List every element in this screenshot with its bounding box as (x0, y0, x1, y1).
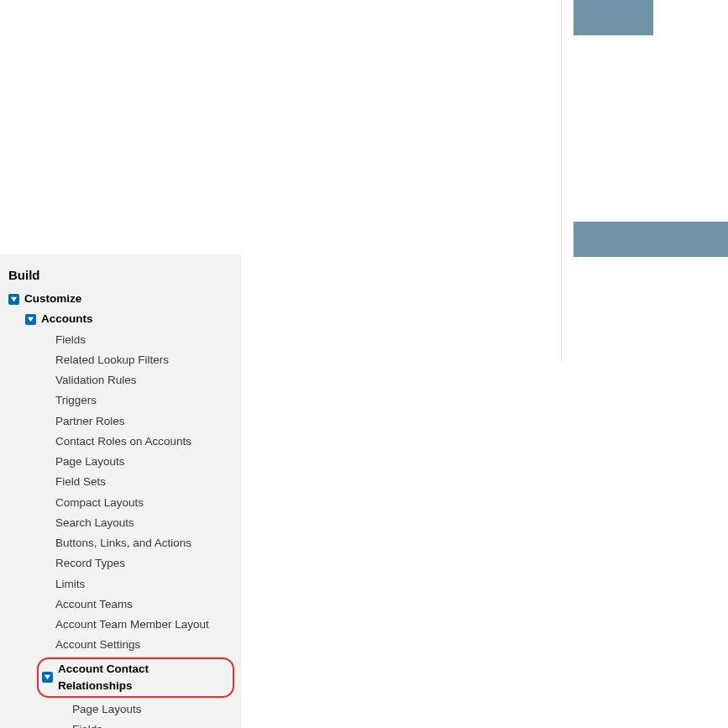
nav-item-contact-roles-on-accounts[interactable]: Contact Roles on Accounts (7, 432, 234, 452)
expand-icon (25, 314, 36, 325)
nav-item-related-lookup-filters[interactable]: Related Lookup Filters (7, 350, 234, 370)
nav-item-search-layouts[interactable]: Search Layouts (7, 513, 234, 533)
nav-item-label: Compact Layouts (55, 495, 144, 511)
section-header-build: Build (8, 268, 234, 282)
nav-item-label: Record Types (55, 555, 125, 572)
nav-item-label: Fields (72, 721, 102, 728)
nav-item-label: Fields (55, 332, 86, 348)
nav-item-field-sets[interactable]: Field Sets (7, 472, 234, 492)
nav-item-account-team-member-layout[interactable]: Account Team Member Layout (7, 615, 234, 635)
nav-item-label: Field Sets (55, 474, 106, 490)
banner-block-top (573, 0, 653, 35)
nav-item-limits[interactable]: Limits (7, 574, 234, 594)
nav-item-label: Buttons, Links, and Actions (55, 535, 191, 552)
nav-acr-page-layouts[interactable]: Page Layouts (7, 699, 234, 720)
nav-customize[interactable]: Customize (7, 289, 234, 309)
divider-vertical (561, 0, 562, 361)
nav-item-compact-layouts[interactable]: Compact Layouts (7, 493, 234, 513)
nav-item-label: Account Settings (55, 636, 140, 653)
nav-item-label: Limits (55, 576, 85, 593)
nav-item-account-settings[interactable]: Account Settings (7, 635, 234, 655)
nav-acr-fields[interactable]: Fields (7, 720, 234, 728)
setup-sidebar: Build Customize Accounts Fields Related … (0, 254, 241, 728)
nav-item-page-layouts[interactable]: Page Layouts (7, 452, 234, 472)
nav-item-label: Account Teams (55, 596, 133, 613)
nav-item-validation-rules[interactable]: Validation Rules (7, 370, 234, 390)
nav-item-triggers[interactable]: Triggers (7, 390, 234, 411)
nav-item-label: Search Layouts (55, 515, 134, 532)
nav-item-label: Partner Roles (55, 413, 125, 430)
nav-item-label: Page Layouts (55, 453, 125, 470)
expand-icon (42, 672, 53, 683)
svg-marker-0 (11, 296, 17, 301)
nav-acr-label: Account Contact Relationships (58, 661, 226, 695)
nav-item-record-types[interactable]: Record Types (7, 553, 234, 573)
nav-item-buttons-links-actions[interactable]: Buttons, Links, and Actions (7, 533, 234, 553)
nav-item-partner-roles[interactable]: Partner Roles (7, 411, 234, 432)
nav-accounts[interactable]: Accounts (7, 309, 234, 329)
nav-customize-label: Customize (24, 291, 81, 307)
highlight-circle: Account Contact Relationships (37, 657, 234, 699)
expand-icon (8, 294, 19, 305)
svg-marker-2 (45, 675, 50, 679)
nav-item-label: Triggers (55, 392, 97, 409)
nav-accounts-label: Accounts (41, 311, 93, 327)
banner-block-middle (573, 222, 728, 257)
nav-item-label: Validation Rules (55, 372, 137, 389)
nav-account-contact-relationships[interactable]: Account Contact Relationships (7, 656, 234, 700)
nav-item-label: Contact Roles on Accounts (55, 433, 191, 450)
nav-item-fields[interactable]: Fields (7, 330, 234, 350)
nav-item-label: Account Team Member Layout (55, 616, 209, 633)
nav-item-label: Page Layouts (72, 701, 142, 718)
nav-item-account-teams[interactable]: Account Teams (7, 594, 234, 615)
svg-marker-1 (28, 317, 34, 322)
nav-item-label: Related Lookup Filters (55, 352, 169, 369)
